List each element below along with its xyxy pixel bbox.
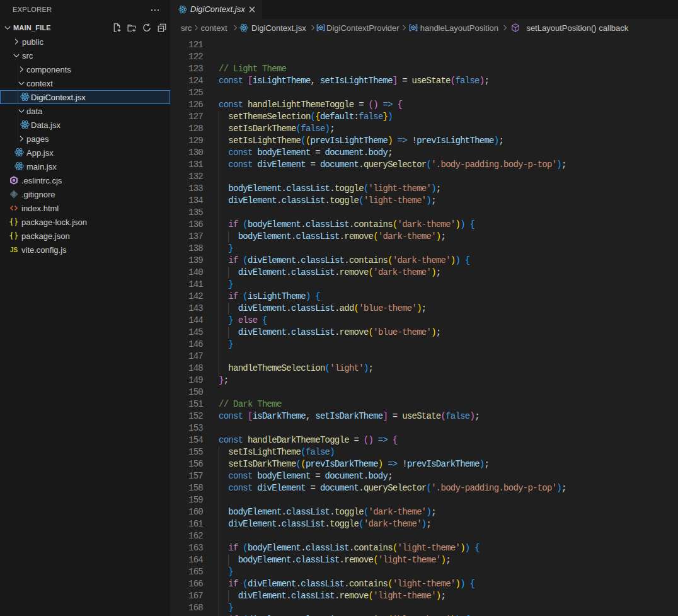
svg-text:JS: JS bbox=[10, 247, 18, 253]
